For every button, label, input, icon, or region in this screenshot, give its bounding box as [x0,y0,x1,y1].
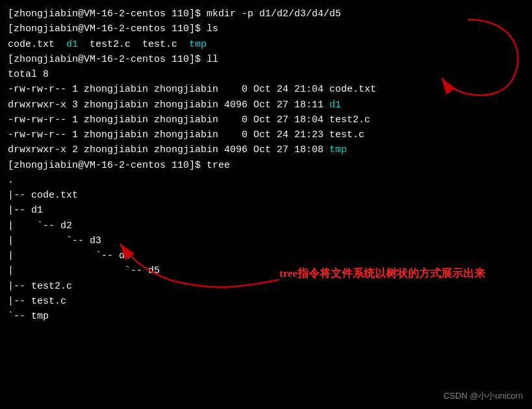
terminal-line: drwxrwxr-x 2 zhongjiabin zhongjiabin 409… [8,142,524,157]
terminal-line: |-- code.txt [8,188,524,203]
terminal-line: `-- tmp [8,309,524,324]
terminal-line: total 8 [8,67,524,82]
terminal-line: | `-- d4 [8,248,524,263]
csdn-credit: CSDN @小小unicorn [444,389,523,402]
terminal-line: code.txt d1 test2.c test.c tmp [8,37,524,52]
terminal-line: [zhongjiabin@VM-16-2-centos 110]$ mkdir … [8,7,524,21]
terminal-line: [zhongjiabin@VM-16-2-centos 110]$ ll [8,52,524,67]
terminal-line: -rw-rw-r-- 1 zhongjiabin zhongjiabin 0 O… [8,112,524,127]
terminal-line: drwxrwxr-x 3 zhongjiabin zhongjiabin 409… [8,98,524,112]
terminal-line: . [8,173,524,188]
terminal-line: -rw-rw-r-- 1 zhongjiabin zhongjiabin 0 O… [8,82,524,97]
terminal-line: |-- test.c [8,294,524,309]
terminal-line: | `-- d3 [8,233,524,248]
annotation-text: tree指令将文件系统以树状的方式展示出来 [279,265,485,282]
terminal-line: |-- d1 [8,203,524,218]
terminal-window: [zhongjiabin@VM-16-2-centos 110]$ mkdir … [0,0,532,409]
terminal-line: -rw-rw-r-- 1 zhongjiabin zhongjiabin 0 O… [8,127,524,142]
terminal-line: | `-- d2 [8,218,524,233]
terminal-line: [zhongjiabin@VM-16-2-centos 110]$ ls [8,21,524,36]
terminal-line: [zhongjiabin@VM-16-2-centos 110]$ tree [8,158,524,173]
